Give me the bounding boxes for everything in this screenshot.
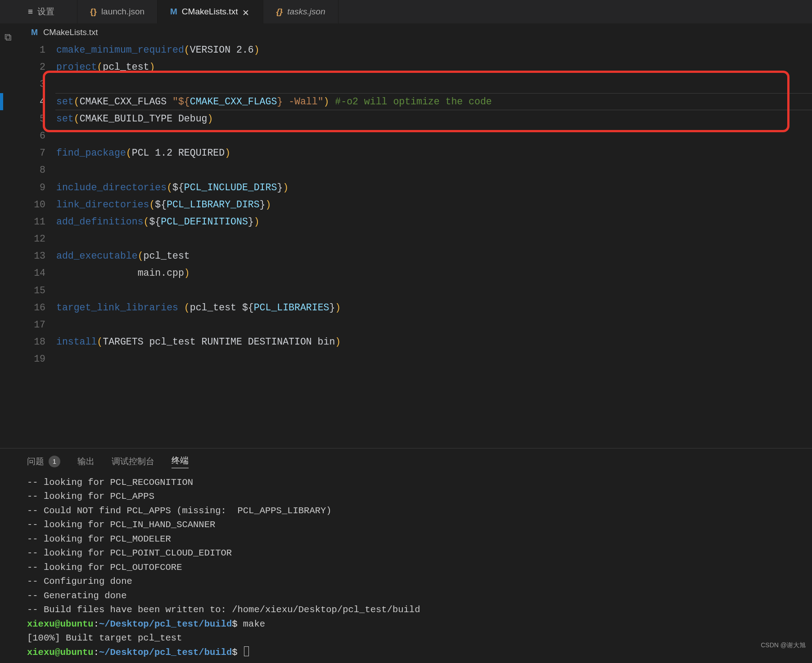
terminal-line: -- Configuring done: [27, 574, 812, 589]
tab-launch-json[interactable]: {}launch.json: [77, 0, 158, 23]
code-line[interactable]: [56, 161, 812, 179]
tab-label: 设置: [37, 6, 54, 18]
code-line[interactable]: cmake_minimum_required(VERSION 2.6): [56, 41, 812, 58]
json-icon: {}: [90, 7, 97, 17]
code-line[interactable]: [56, 282, 812, 299]
terminal-line: xiexu@ubuntu:~/Desktop/pcl_test/build$: [27, 645, 812, 660]
code-line[interactable]: find_package(PCL 1.2 REQUIRED): [56, 144, 812, 161]
breadcrumb-label: CMakeLists.txt: [43, 27, 98, 37]
gutter-marker: [0, 93, 3, 110]
panel-tab-label: 终端: [171, 455, 189, 468]
terminal-line: -- looking for PCL_IN_HAND_SCANNER: [27, 518, 812, 532]
terminal-line: xiexu@ubuntu:~/Desktop/pcl_test/build$ m…: [27, 617, 812, 632]
code-area[interactable]: cmake_minimum_required(VERSION 2.6)proje…: [56, 41, 812, 448]
terminal-line: -- looking for PCL_POINT_CLOUD_EDITOR: [27, 546, 812, 560]
terminal-line: -- Build files have been written to: /ho…: [27, 603, 812, 617]
code-line[interactable]: add_definitions(${PCL_DEFINITIONS}): [56, 213, 812, 230]
panel-tab-label: 问题: [27, 456, 44, 467]
side-rail: ⧉: [0, 23, 16, 448]
code-line[interactable]: set(CMAKE_CXX_FLAGS "${CMAKE_CXX_FLAGS} …: [56, 93, 812, 110]
code-line[interactable]: set(CMAKE_BUILD_TYPE Debug): [56, 110, 812, 127]
terminal-line: -- looking for PCL_RECOGNITION: [27, 475, 812, 490]
tab-tasks-json[interactable]: {}tasks.json: [263, 0, 338, 23]
terminal-line: -- Generating done: [27, 589, 812, 603]
panel-tab-label: 调试控制台: [112, 456, 154, 467]
panel-tab-label: 输出: [77, 456, 95, 467]
panel-tab-问题[interactable]: 问题1: [27, 456, 60, 467]
split-editor-icon[interactable]: ⧉: [5, 31, 12, 43]
tab-label: tasks.json: [287, 7, 325, 17]
terminal-line: -- looking for PCL_MODELER: [27, 532, 812, 547]
tab-label: launch.json: [101, 7, 144, 17]
json-icon: {}: [276, 7, 283, 17]
terminal-line: -- Could NOT find PCL_APPS (missing: PCL…: [27, 504, 812, 518]
code-line[interactable]: [56, 76, 812, 93]
close-icon[interactable]: ✕: [242, 8, 250, 16]
editor-tabs: ≡设置{}launch.jsonMCMakeLists.txt✕{}tasks.…: [0, 0, 812, 23]
panel-tab-调试控制台[interactable]: 调试控制台: [112, 456, 154, 467]
line-number-gutter: 12345678910111213141516171819: [16, 41, 56, 448]
tab-label: CMakeLists.txt: [182, 7, 238, 17]
code-line[interactable]: link_directories(${PCL_LIBRARY_DIRS}): [56, 196, 812, 213]
problems-count-badge: 1: [49, 456, 60, 467]
terminal-cursor: [244, 646, 249, 656]
breadcrumb[interactable]: M CMakeLists.txt: [16, 23, 812, 41]
code-line[interactable]: include_directories(${PCL_INCLUDE_DIRS}): [56, 179, 812, 196]
gear-icon: ≡: [28, 7, 33, 17]
tab-cmakelists-txt[interactable]: MCMakeLists.txt✕: [158, 0, 263, 23]
code-line[interactable]: add_executable(pcl_test: [56, 247, 812, 264]
code-line[interactable]: [56, 350, 812, 367]
panel-tab-输出[interactable]: 输出: [77, 456, 95, 467]
code-line[interactable]: project(pcl_test): [56, 58, 812, 76]
tab--[interactable]: ≡设置: [0, 0, 77, 23]
code-line[interactable]: target_link_libraries (pcl_test ${PCL_LI…: [56, 299, 812, 316]
terminal-line: [100%] Built target pcl_test: [27, 631, 812, 645]
m-icon: M: [170, 7, 177, 17]
code-editor[interactable]: 12345678910111213141516171819 cmake_mini…: [16, 41, 812, 448]
panel-tab-终端[interactable]: 终端: [171, 455, 189, 468]
watermark: CSDN @谢大旭: [761, 641, 806, 650]
terminal-output[interactable]: -- looking for PCL_RECOGNITION-- looking…: [0, 473, 812, 660]
terminal-line: -- looking for PCL_APPS: [27, 489, 812, 504]
code-line[interactable]: [56, 230, 812, 247]
code-line[interactable]: install(TARGETS pcl_test RUNTIME DESTINA…: [56, 333, 812, 350]
panel-tabs: 问题1输出调试控制台终端: [0, 448, 812, 473]
terminal-line: -- looking for PCL_OUTOFCORE: [27, 560, 812, 575]
bottom-panel: 问题1输出调试控制台终端 -- looking for PCL_RECOGNIT…: [0, 448, 812, 663]
code-line[interactable]: main.cpp): [56, 264, 812, 282]
cmake-file-icon: M: [31, 28, 38, 37]
code-line[interactable]: [56, 316, 812, 333]
code-line[interactable]: [56, 127, 812, 144]
